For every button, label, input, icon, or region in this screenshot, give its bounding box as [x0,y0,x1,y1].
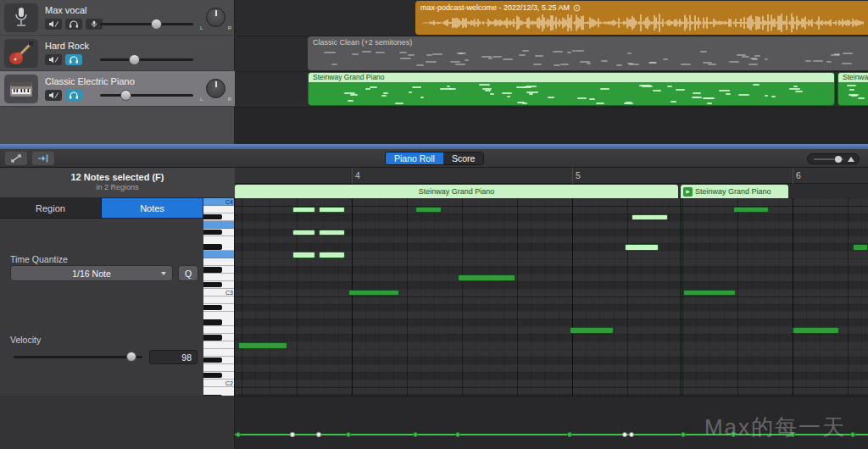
play-icon[interactable]: ▶ [683,187,693,197]
piano-key[interactable]: C4 [203,198,235,206]
track-row-hard-rock[interactable]: Hard Rock [0,36,235,71]
piano-key[interactable] [203,221,235,229]
piano-key[interactable] [203,334,235,341]
piano-key[interactable] [203,236,235,244]
mute-button[interactable] [45,90,62,101]
track-row-classic-electric-piano[interactable]: Classic Electric Piano L R [0,71,235,107]
solo-button[interactable] [65,90,82,101]
midi-note[interactable] [319,230,345,236]
black-key[interactable] [203,244,222,250]
black-key[interactable] [203,230,222,236]
black-key[interactable] [203,335,222,341]
editor-region-header-2[interactable]: ▶ Steinway Grand Piano [681,185,788,198]
volume-slider-thumb[interactable] [129,54,140,65]
solo-button[interactable] [65,54,82,65]
tab-notes[interactable]: Notes [102,198,203,219]
piano-keyboard[interactable]: C4C3C2 [203,198,235,396]
black-key[interactable] [203,282,222,288]
midi-note[interactable] [292,230,315,236]
zoom-slider-thumb[interactable] [835,156,842,163]
time-ruler[interactable]: 4 5 6 [235,168,868,184]
velocity-dot[interactable] [850,432,855,437]
black-key[interactable] [203,305,222,311]
mute-button[interactable] [45,19,62,30]
black-key[interactable] [203,395,222,396]
piano-key[interactable] [203,357,235,364]
velocity-slider-thumb[interactable] [126,352,136,362]
piano-key[interactable] [203,281,235,289]
midi-region-steinway-2[interactable]: Steinway Grand Piano [837,72,868,106]
midi-note[interactable] [415,207,442,213]
velocity-dot[interactable] [236,432,241,437]
pan-knob[interactable]: L R [206,8,225,27]
black-key[interactable] [203,267,222,273]
velocity-slider[interactable] [14,356,142,358]
pan-knob[interactable]: L R [206,79,225,98]
volume-slider[interactable] [100,58,193,61]
piano-key[interactable] [203,274,235,281]
velocity-dot[interactable] [290,432,295,437]
midi-note[interactable] [733,207,769,213]
midi-note[interactable] [853,244,868,251]
zoom-fit-icon[interactable] [5,152,27,165]
midi-note[interactable] [292,207,315,213]
velocity-dot[interactable] [413,432,418,437]
catch-playhead-icon[interactable] [32,152,54,165]
velocity-dot[interactable] [622,432,627,437]
piano-key[interactable] [203,243,235,251]
mute-button[interactable] [45,54,62,65]
solo-button[interactable] [65,19,82,30]
quantize-apply-button[interactable]: Q [178,265,198,281]
velocity-dot[interactable] [346,432,351,437]
black-key[interactable] [203,358,222,363]
midi-note[interactable] [458,274,515,281]
midi-note[interactable] [319,207,345,213]
velocity-dot[interactable] [629,432,634,437]
piano-key[interactable] [203,213,235,221]
velocity-dot[interactable] [316,432,321,437]
piano-key[interactable] [203,304,235,312]
track-row-max-vocal[interactable]: Max vocal L R [0,0,235,36]
piano-key[interactable] [203,206,235,213]
midi-note[interactable] [625,244,659,251]
volume-slider-thumb[interactable] [151,19,162,30]
piano-key[interactable] [203,297,235,304]
time-quantize-select[interactable]: 1/16 Note [10,265,173,281]
piano-key[interactable] [203,266,235,274]
piano-key[interactable] [203,319,235,326]
volume-slider[interactable] [100,23,193,25]
piano-roll-grid[interactable] [235,198,868,396]
velocity-dot[interactable] [567,432,572,437]
midi-region-steinway-1[interactable]: Steinway Grand Piano [308,72,835,106]
piano-key[interactable]: C3 [203,289,235,297]
piano-key[interactable] [203,312,235,319]
midi-note[interactable] [632,214,668,221]
piano-key[interactable] [203,341,235,349]
black-key[interactable] [203,319,222,325]
editor-region-header-1[interactable]: Steinway Grand Piano [235,185,678,198]
velocity-dot[interactable] [455,432,460,437]
midi-note[interactable] [570,327,614,334]
piano-key[interactable] [203,372,235,380]
midi-note[interactable] [292,252,315,258]
velocity-dot[interactable] [681,432,686,437]
piano-key[interactable] [203,229,235,236]
volume-slider[interactable] [100,94,193,97]
piano-key[interactable] [203,258,235,266]
tab-region[interactable]: Region [0,198,102,219]
midi-note[interactable] [683,290,736,297]
piano-key[interactable] [203,364,235,372]
black-key[interactable] [203,214,222,220]
midi-region-classic-clean[interactable]: Classic Clean (+2 semitones) [308,36,868,70]
tab-piano-roll[interactable]: Piano Roll [386,152,443,164]
piano-key[interactable] [203,349,235,357]
tab-score[interactable]: Score [443,152,483,164]
volume-slider-thumb[interactable] [120,90,131,101]
midi-note[interactable] [238,342,287,349]
audio-region-max-podcast-welcome[interactable]: max-podcast-welcome - 2022/12/3, 5.25 AM [415,1,868,35]
midi-note[interactable] [793,327,839,334]
piano-key[interactable]: C2 [203,380,235,387]
piano-key[interactable] [203,394,235,396]
piano-key[interactable] [203,251,235,258]
zoom-slider[interactable] [807,153,860,164]
